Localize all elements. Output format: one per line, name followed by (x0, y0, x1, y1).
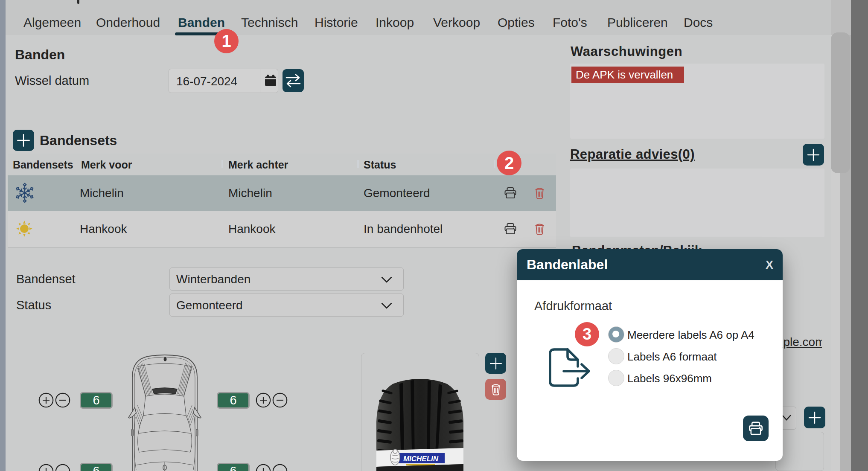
svg-text:MICHELIN: MICHELIN (403, 455, 439, 463)
